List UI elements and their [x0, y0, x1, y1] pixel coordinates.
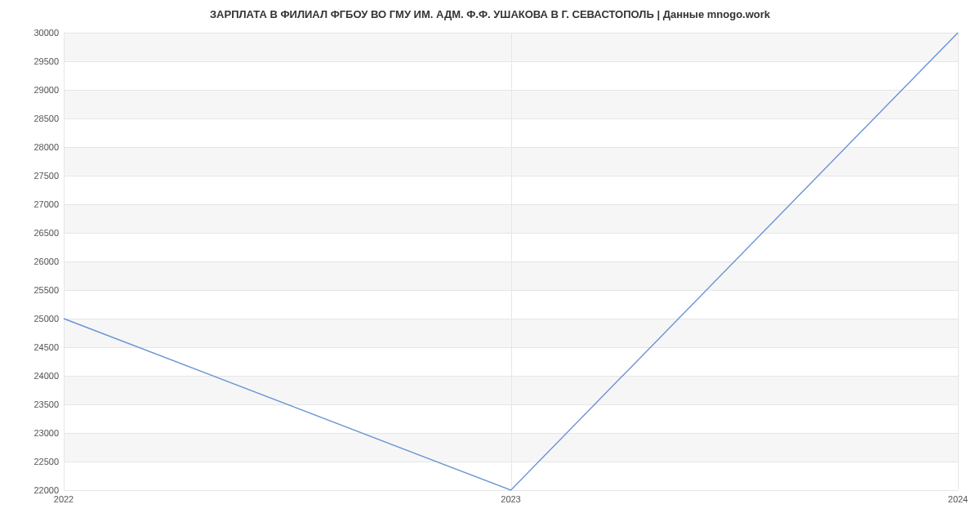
y-tick-label: 26000: [18, 257, 59, 266]
x-tick-label: 2023: [501, 494, 520, 504]
chart-title: ЗАРПЛАТА В ФИЛИАЛ ФГБОУ ВО ГМУ ИМ. АДМ. …: [0, 0, 980, 25]
y-tick-label: 24000: [18, 371, 59, 381]
y-tick-label: 28000: [18, 142, 59, 152]
y-tick-label: 22000: [18, 485, 59, 495]
y-tick-label: 23000: [18, 428, 59, 438]
y-tick-label: 28500: [18, 114, 59, 123]
y-tick-label: 25000: [18, 314, 59, 324]
x-tick-label: 2022: [54, 494, 74, 504]
y-tick-label: 25500: [18, 285, 59, 295]
y-tick-label: 29500: [18, 56, 59, 66]
y-tick-label: 22500: [18, 457, 59, 466]
x-gridline: [958, 33, 959, 490]
y-tick-label: 27500: [18, 171, 59, 181]
line-series: [64, 33, 958, 490]
y-tick-label: 24500: [18, 342, 59, 352]
y-tick-label: 30000: [18, 28, 59, 38]
plot-area: [64, 33, 958, 491]
x-tick-label: 2024: [948, 494, 968, 504]
y-tick-label: 27000: [18, 199, 59, 209]
y-tick-label: 29000: [18, 85, 59, 95]
y-tick-label: 26500: [18, 228, 59, 238]
y-tick-label: 23500: [18, 399, 59, 409]
